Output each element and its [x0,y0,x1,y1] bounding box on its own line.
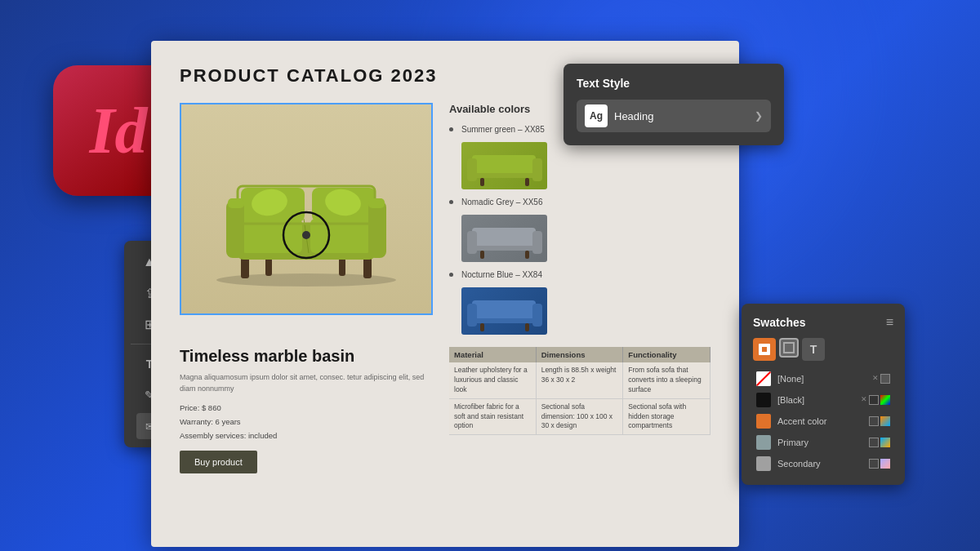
text-style-panel-title: Text Style [577,77,771,90]
swatch-item-accent[interactable]: Accent color [753,411,893,431]
td-material-1: Leather upholstery for a luxurious and c… [449,362,537,398]
color-item-grey: Nomadic Grey – XX56 [449,198,710,207]
text-style-panel: Text Style Ag Heading ❯ [564,64,784,145]
color-bullet-grey [449,200,453,204]
color-thumb-blue [461,287,547,335]
buy-product-button[interactable]: Buy product [180,451,257,473]
color-thumb-blue-wrap [461,287,710,335]
swatch-label-black: [Black] [777,395,854,405]
svg-rect-13 [228,198,244,208]
table-header-functionality: Functionality [623,347,710,362]
product-table: Material Dimensions Functionality Leathe… [449,347,710,473]
fill-swatch-button[interactable] [753,338,776,361]
style-dropdown[interactable]: Ag Heading ❯ [577,100,771,132]
table-row-1: Leather upholstery for a luxurious and c… [449,362,710,399]
swatch-color-accent [756,414,771,429]
svg-rect-15 [368,198,385,208]
primary-box-1 [869,438,879,447]
svg-rect-23 [532,158,542,181]
color-label-green: Summer green – XX85 [461,125,545,134]
svg-rect-25 [525,178,529,186]
text-swatch-button[interactable]: T [802,338,825,361]
svg-rect-3 [339,258,345,276]
table-row-2: Microfiber fabric for a soft and stain r… [449,399,710,436]
svg-rect-35 [532,304,542,327]
svg-rect-40 [784,343,794,353]
swatch-item-none[interactable]: [None] ✕ [753,369,893,389]
color-thumb-grey-wrap [461,215,710,262]
svg-point-19 [302,231,310,239]
black-swatch-box [869,395,879,405]
swatches-toolbar: T [753,338,893,361]
swatch-color-none [756,371,771,386]
td-dimensions-2: Sectional sofa dimension: 100 x 100 x 30… [537,399,624,435]
warranty-label: Warranty: [180,417,213,426]
stroke-icon [783,342,795,353]
color-label-blue: Nocturne Blue – XX84 [461,270,542,279]
sofa-image [181,104,431,315]
svg-rect-21 [472,155,536,173]
mini-sofa-grey [464,216,546,261]
svg-rect-22 [467,158,477,181]
swatch-label-none: [None] [777,374,866,384]
price-label: Price: [180,403,199,412]
swatch-icons-none: ✕ [872,374,890,384]
color-thumb-green [461,142,547,189]
swatch-item-secondary[interactable]: Secondary [753,454,893,473]
svg-rect-36 [480,323,484,331]
table-header-material: Material [449,347,537,362]
swatches-menu-icon[interactable]: ≡ [886,315,893,330]
swatch-item-primary[interactable]: Primary [753,433,893,452]
swatch-list: [None] ✕ [Black] ✕ Accent color [753,369,893,473]
color-item-blue: Nocturne Blue – XX84 [449,270,710,279]
svg-rect-28 [467,231,477,254]
td-functionality-2: Sectional sofa with hidden storage compa… [623,399,710,435]
image-frame[interactable] [180,103,433,335]
swatch-item-black[interactable]: [Black] ✕ [753,390,893,410]
svg-rect-2 [265,258,272,276]
svg-rect-29 [532,231,542,254]
svg-rect-31 [525,251,529,259]
table-header-dimensions: Dimensions [537,347,624,362]
td-dimensions-1: Length is 88.5h x weight 36 x 30 x 2 [537,362,624,398]
svg-rect-33 [472,300,536,318]
none-icon [756,371,771,386]
svg-rect-37 [525,323,529,331]
assembly-label: Assembly services: [180,431,246,440]
image-selection-box [180,103,433,315]
price-value: $ 860 [202,403,221,412]
product-body-text: Magna aliquamosum ipsum dolor sit amet, … [180,372,433,394]
svg-rect-39 [762,347,767,352]
table-header: Material Dimensions Functionality [449,347,710,362]
fill-icon [757,342,772,357]
swatch-icons-secondary [869,459,890,469]
swatch-icons-accent [869,416,890,426]
secondary-box-1 [869,459,879,469]
color-label-grey: Nomadic Grey – XX56 [461,198,543,207]
swatch-icons-primary [869,438,890,447]
swatch-icons-black: ✕ [861,395,890,405]
td-functionality-1: From sofa sofa that converts into a slee… [623,362,710,398]
mini-sofa-blue [464,289,546,334]
swatch-label-secondary: Secondary [777,459,862,469]
color-bullet-blue [449,273,453,277]
color-bullet-green [449,127,453,131]
product-left: Timeless marble basin Magna aliquamosum … [180,347,433,473]
stroke-swatch-button[interactable] [779,338,799,358]
svg-rect-27 [472,228,536,246]
product-details: Price: $ 860 Warranty: 6 years Assembly … [180,401,433,442]
swatch-label-accent: Accent color [777,416,862,426]
warranty-value: 6 years [215,417,240,426]
color-thumb-grey [461,215,547,262]
color-thumb-green-wrap [461,142,710,189]
swatches-header: Swatches ≡ [753,315,893,330]
sofa-svg [192,129,421,292]
secondary-box-2 [880,459,890,469]
chevron-down-icon: ❯ [755,110,763,122]
svg-rect-14 [368,201,386,258]
td-material-2: Microfiber fabric for a soft and stain r… [449,399,537,435]
primary-box-2 [880,438,890,447]
swatch-label-primary: Primary [777,438,862,447]
product-desc-section: Timeless marble basin Magna aliquamosum … [180,347,710,473]
swatches-panel: Swatches ≡ T [None] [742,304,905,485]
